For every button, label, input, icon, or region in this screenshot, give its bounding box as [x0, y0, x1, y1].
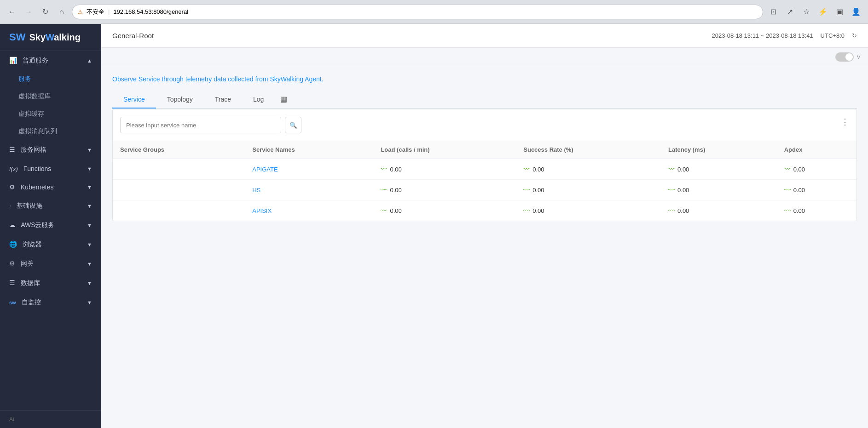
- forward-button[interactable]: →: [22, 6, 35, 18]
- tab-log[interactable]: Log: [242, 91, 275, 108]
- tab-service[interactable]: Service: [112, 91, 156, 108]
- col-apdex: Apdex: [777, 141, 856, 159]
- cell-group-2: [113, 180, 245, 200]
- trend-icon-success-2: 〰: [523, 186, 530, 194]
- group-label-general: 普通服务: [23, 57, 48, 64]
- col-service-groups: Service Groups: [113, 141, 245, 159]
- time-range: 2023-08-18 13:11 ~ 2023-08-18 13:41: [712, 32, 813, 39]
- search-input[interactable]: [120, 117, 281, 133]
- home-button[interactable]: ⌂: [55, 6, 68, 18]
- extensions-btn[interactable]: ⚡: [816, 6, 829, 18]
- table-header-row: Service Groups Service Names Load (calls…: [113, 141, 856, 159]
- cell-load-1: 〰 0.00: [373, 159, 516, 180]
- cell-group-3: [113, 200, 245, 221]
- trend-icon-latency-1: 〰: [668, 165, 675, 173]
- sidebar-item-virtual-db[interactable]: 虚拟数据库: [0, 88, 101, 105]
- sidebar-group-browser[interactable]: 🌐 浏览器 ▼: [0, 235, 101, 254]
- sidebar-group-infra[interactable]: · 基础设施 ▼: [0, 196, 101, 216]
- gateway-icon: ⚙: [9, 260, 15, 267]
- cell-latency-1: 〰 0.00: [661, 159, 777, 180]
- header-right: 2023-08-18 13:11 ~ 2023-08-18 13:41 UTC+…: [712, 32, 857, 39]
- toggle-switch[interactable]: [835, 52, 854, 62]
- tab-icon-list[interactable]: ▦: [275, 90, 293, 108]
- cell-success-2: 〰 0.00: [516, 180, 661, 200]
- table-body: APIGATE 〰 0.00 〰: [113, 159, 856, 221]
- table-wrapper: 🔍 ⋮ Service Groups Service Names Load (c…: [112, 109, 857, 221]
- service-link-apigate[interactable]: APIGATE: [252, 166, 278, 173]
- cell-apdex-1: 〰 0.00: [777, 159, 856, 180]
- timezone: UTC+8:0: [821, 32, 845, 39]
- description-text: Observe Service through telemetry data c…: [112, 75, 324, 83]
- sidebar-group-functions[interactable]: f(x) Functions ▼: [0, 160, 101, 178]
- table-header-area: 🔍 ⋮: [113, 109, 856, 141]
- cell-name-3: APISIX: [245, 200, 373, 221]
- sidebar-group-gateway[interactable]: ⚙ 网关 ▼: [0, 254, 101, 274]
- col-success-rate: Success Rate (%): [516, 141, 661, 159]
- reload-button[interactable]: ↻: [39, 6, 52, 18]
- cell-latency-2: 〰 0.00: [661, 180, 777, 200]
- sidebar-group-general[interactable]: 📊 普通服务 ▲: [0, 51, 101, 70]
- share-btn[interactable]: ↗: [783, 6, 796, 18]
- chevron-down-icon-8: ▼: [87, 280, 92, 286]
- tab-trace[interactable]: Trace: [204, 91, 242, 108]
- chevron-down-icon-5: ▼: [87, 223, 92, 228]
- trend-icon-load-3: 〰: [381, 207, 387, 214]
- logo-text: SkyWalking: [29, 32, 81, 43]
- service-table-container: 🔍 ⋮ Service Groups Service Names Load (c…: [112, 109, 857, 221]
- chevron-up-icon: ▲: [87, 58, 92, 63]
- bookmark-btn[interactable]: ☆: [800, 6, 813, 18]
- cell-success-1: 〰 0.00: [516, 159, 661, 180]
- sidebar-group-aws[interactable]: ☁ AWS云服务 ▼: [0, 216, 101, 235]
- chevron-down-icon: ▼: [87, 147, 92, 153]
- trend-icon-load-1: 〰: [381, 165, 387, 173]
- description-bar: Observe Service through telemetry data c…: [112, 75, 857, 83]
- refresh-button[interactable]: ↻: [852, 32, 857, 39]
- table-head: Service Groups Service Names Load (calls…: [113, 141, 856, 159]
- sidebar: SW SkyWalking 📊 普通服务 ▲ 服务 虚拟数据库 虚拟缓存 虚拟消…: [0, 24, 101, 428]
- sidebar-group-db[interactable]: ☰ 数据库 ▼: [0, 274, 101, 293]
- cell-success-3: 〰 0.00: [516, 200, 661, 221]
- col-load: Load (calls / min): [373, 141, 516, 159]
- tab-topology[interactable]: Topology: [156, 91, 204, 108]
- back-button[interactable]: ←: [6, 6, 18, 18]
- service-link-apisix[interactable]: APISIX: [252, 207, 272, 214]
- sidebar-section-general: 📊 普通服务 ▲ 服务 虚拟数据库 虚拟缓存 虚拟消息队列: [0, 51, 101, 140]
- cloud-icon: ☁: [9, 221, 16, 228]
- chart-icon: 📊: [9, 57, 17, 64]
- browser-icon: 🌐: [9, 240, 17, 248]
- db-icon: ☰: [9, 279, 15, 286]
- sidebar-group-selfmon[interactable]: sw 自监控 ▼: [0, 293, 101, 312]
- chevron-down-icon-7: ▼: [87, 261, 92, 267]
- service-table: Service Groups Service Names Load (calls…: [113, 141, 856, 221]
- split-btn[interactable]: ▣: [833, 6, 846, 18]
- address-bar[interactable]: ⚠ 不安全 | 192.168.54.53:8080/general: [72, 5, 763, 19]
- selfmon-icon: sw: [9, 300, 16, 305]
- sidebar-item-virtual-cache[interactable]: 虚拟缓存: [0, 105, 101, 123]
- url-text: 192.168.54.53:8080/general: [113, 8, 188, 15]
- sidebar-group-mesh[interactable]: ☰ 服务网格 ▼: [0, 140, 101, 160]
- page-title: General-Root: [112, 32, 154, 40]
- cell-name-1: APIGATE: [245, 159, 373, 180]
- main-header: General-Root 2023-08-18 13:11 ~ 2023-08-…: [101, 24, 868, 48]
- sidebar-group-k8s[interactable]: ⚙ Kubernetes ▼: [0, 178, 101, 196]
- search-bar: 🔍: [113, 109, 856, 141]
- chevron-down-icon-9: ▼: [87, 300, 92, 305]
- screen-capture-btn[interactable]: ⊡: [767, 6, 780, 18]
- app-container: SW SkyWalking 📊 普通服务 ▲ 服务 虚拟数据库 虚拟缓存 虚拟消…: [0, 24, 868, 428]
- service-link-hs[interactable]: HS: [252, 187, 260, 194]
- main-content: General-Root 2023-08-18 13:11 ~ 2023-08-…: [101, 24, 868, 428]
- sidebar-item-service[interactable]: 服务: [0, 70, 101, 88]
- toggle-label: V: [856, 53, 861, 60]
- more-options-button[interactable]: ⋮: [841, 117, 849, 127]
- trend-icon-success-1: 〰: [523, 165, 530, 173]
- trend-icon-apdex-2: 〰: [784, 186, 791, 194]
- logo-icon: SW: [9, 31, 25, 43]
- search-button[interactable]: 🔍: [285, 117, 301, 133]
- chevron-down-icon-3: ▼: [87, 184, 92, 190]
- profile-btn[interactable]: 👤: [850, 6, 862, 18]
- cell-name-2: HS: [245, 180, 373, 200]
- cell-load-3: 〰 0.00: [373, 200, 516, 221]
- cell-group-1: [113, 159, 245, 180]
- infra-icon: ·: [9, 202, 11, 209]
- sidebar-item-virtual-mq[interactable]: 虚拟消息队列: [0, 123, 101, 140]
